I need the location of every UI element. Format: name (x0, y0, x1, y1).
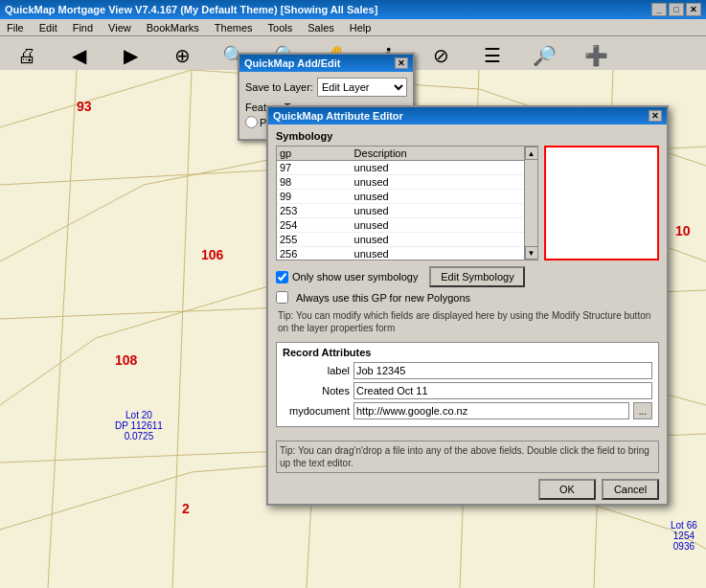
map-label-106: 106 (201, 247, 223, 262)
only-show-user-checkbox[interactable] (276, 271, 288, 283)
cancel-button[interactable]: Cancel (602, 479, 659, 500)
symbology-container: gp Description 97unused98unused99unused2… (276, 146, 659, 260)
always-use-row: Always use this GP for new Polygons (276, 291, 659, 304)
addedit-title-text: QuickMap Add/Edit (244, 57, 340, 69)
attr-close-btn[interactable]: ✕ (649, 110, 662, 122)
desc-cell: unused (352, 161, 537, 175)
ok-button[interactable]: OK (538, 479, 596, 500)
window-controls: _ □ ✕ (651, 3, 701, 16)
menu-tools[interactable]: Tools (265, 22, 296, 34)
symbology-section-title: Symbology (276, 130, 659, 142)
find-icon: 🔎 (533, 44, 557, 67)
browse-btn[interactable]: ... (633, 402, 652, 419)
app-title: QuickMap Mortgage View V7.4.167 (My Defa… (5, 4, 377, 15)
addedit-close-btn[interactable]: ✕ (395, 57, 408, 69)
mydocument-attr-row: mydocument ... (283, 402, 652, 419)
maximize-btn[interactable]: □ (669, 3, 684, 16)
attr-title-text: QuickMap Attribute Editor (273, 110, 403, 122)
always-use-checkbox[interactable] (276, 291, 288, 304)
symbology-preview (544, 146, 659, 260)
gp-cell: 98 (277, 175, 352, 190)
mydocument-field-input[interactable] (353, 402, 629, 419)
gp-cell: 253 (277, 204, 352, 218)
gp-cell: 97 (277, 161, 352, 175)
map-label-10: 10 (675, 223, 691, 238)
table-row[interactable]: 254unused (277, 218, 537, 233)
prev-icon: ◀ (72, 44, 86, 67)
menu-bar: File Edit Find View BookMarks Themes Too… (0, 19, 706, 36)
gp-cell: 256 (277, 247, 352, 261)
map-label-93: 93 (77, 99, 92, 114)
symb-scrollbar[interactable]: ▲ ▼ (524, 147, 537, 260)
save-to-layer-row: Save to Layer: Edit Layer (245, 78, 407, 97)
dialog-buttons: OK Cancel (276, 479, 659, 500)
point-radio[interactable] (245, 116, 258, 128)
map-label-108: 108 (115, 352, 137, 368)
tip1-text: Tip: You can modify which fields are dis… (276, 307, 659, 336)
table-row[interactable]: 98unused (277, 175, 537, 190)
tip2-text: Tip: You can drag'n'drop a file into any… (276, 441, 659, 473)
col-gp: gp (277, 147, 352, 161)
symbology-table: gp Description 97unused98unused99unused2… (277, 147, 537, 260)
desc-cell: unused (352, 233, 537, 247)
desc-cell: unused (352, 175, 537, 190)
table-row[interactable]: 97unused (277, 161, 537, 175)
add-icon: ➕ (584, 44, 608, 67)
only-show-user-label: Only show user symbology (292, 271, 418, 283)
menu-edit[interactable]: Edit (36, 22, 60, 34)
desc-cell: unused (352, 247, 537, 261)
notes-field-input[interactable] (353, 382, 652, 399)
edit-symbology-btn[interactable]: Edit Symbology (429, 266, 525, 287)
map-label-2: 2 (182, 501, 190, 516)
only-show-user-row: Only show user symbology Edit Symbology (276, 266, 659, 287)
menu-view[interactable]: View (105, 22, 134, 34)
table-row[interactable]: 255unused (277, 233, 537, 247)
attr-editor-dialog: QuickMap Attribute Editor ✕ Symbology gp… (266, 105, 669, 506)
desc-cell: unused (352, 204, 537, 218)
map-label-lot66: Lot 6612540936 (671, 520, 697, 552)
menu-themes[interactable]: Themes (212, 22, 256, 34)
notes-field-label: Notes (283, 385, 350, 396)
table-row[interactable]: 253unused (277, 204, 537, 218)
scroll-down-btn[interactable]: ▼ (525, 246, 538, 260)
save-to-layer-select[interactable]: Edit Layer (317, 78, 407, 97)
menu-bookmarks[interactable]: BookMarks (144, 22, 202, 34)
layers-icon: ☰ (484, 44, 501, 67)
gp-cell: 254 (277, 218, 352, 233)
bottom-section: Tip: You can drag'n'drop a file into any… (268, 437, 667, 504)
deselect-icon: ⊘ (433, 44, 449, 67)
record-attrs-section: Record Attributes label Notes mydocument… (276, 342, 659, 427)
table-row[interactable]: 99unused (277, 190, 537, 204)
always-use-label: Always use this GP for new Polygons (296, 292, 470, 304)
save-to-layer-label: Save to Layer: (245, 81, 313, 93)
close-btn[interactable]: ✕ (686, 3, 701, 16)
map-label-lot20: Lot 20DP 1126110.0725 (115, 410, 163, 441)
table-row[interactable]: 256unused (277, 247, 537, 261)
top-icon: ⊕ (174, 44, 191, 67)
attr-title-bar[interactable]: QuickMap Attribute Editor ✕ (268, 107, 667, 124)
next-icon: ▶ (124, 44, 138, 67)
symbology-table-wrap[interactable]: gp Description 97unused98unused99unused2… (276, 146, 538, 260)
minimize-btn[interactable]: _ (651, 3, 667, 16)
record-attrs-title: Record Attributes (283, 347, 652, 358)
mydocument-field-label: mydocument (283, 405, 350, 417)
label-attr-row: label (283, 362, 652, 379)
gp-cell: 255 (277, 233, 352, 247)
print-icon: 🖨 (17, 45, 36, 67)
desc-cell: unused (352, 190, 537, 204)
attr-body: Symbology gp Description 97unused98unuse… (268, 124, 667, 437)
scroll-up-btn[interactable]: ▲ (525, 147, 538, 160)
title-bar: QuickMap Mortgage View V7.4.167 (My Defa… (0, 0, 706, 19)
menu-help[interactable]: Help (347, 22, 375, 34)
desc-cell: unused (352, 218, 537, 233)
label-field-label: label (283, 365, 350, 376)
menu-file[interactable]: File (4, 22, 27, 34)
menu-find[interactable]: Find (70, 22, 96, 34)
addedit-title-bar[interactable]: QuickMap Add/Edit ✕ (239, 55, 413, 72)
gp-cell: 99 (277, 190, 352, 204)
notes-attr-row: Notes (283, 382, 652, 399)
menu-sales[interactable]: Sales (305, 22, 337, 34)
col-desc: Description (352, 147, 537, 161)
label-field-input[interactable] (353, 362, 652, 379)
